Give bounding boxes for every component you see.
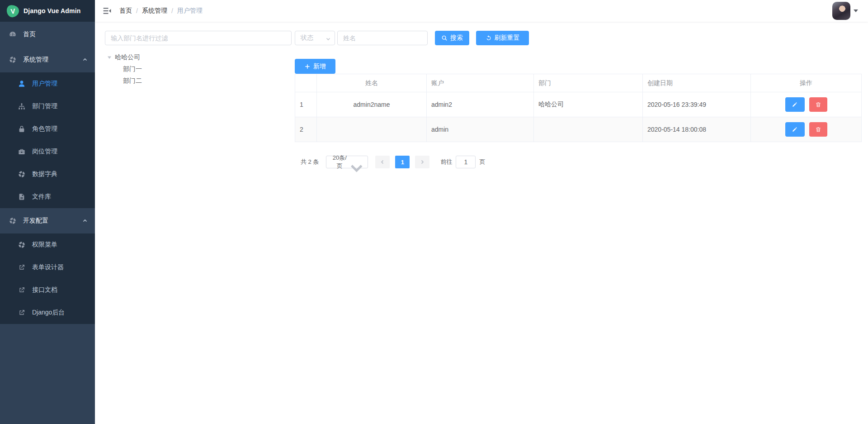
sidebar-item-permission-menu[interactable]: 权限菜单	[0, 233, 95, 256]
lock-icon	[18, 125, 25, 133]
delete-button[interactable]	[809, 97, 827, 112]
column-header-dept: 部门	[534, 74, 643, 92]
component-icon	[9, 217, 16, 224]
tree-node-root[interactable]: 哈哈公司	[105, 52, 142, 63]
status-select[interactable]: 状态	[295, 31, 335, 45]
chevron-down-icon	[326, 35, 331, 41]
add-button-label: 新增	[313, 62, 326, 71]
sidebar-item-dictionary[interactable]: 数据字典	[0, 163, 95, 186]
breadcrumb-system[interactable]: 系统管理	[142, 7, 167, 15]
sidebar-group-system[interactable]: 系统管理	[0, 47, 95, 72]
component-icon	[9, 56, 16, 63]
user-icon	[18, 80, 25, 87]
page-size-select[interactable]: 20条/页	[326, 156, 368, 168]
sidebar-item-roles[interactable]: 角色管理	[0, 118, 95, 140]
sidebar-item-form-designer[interactable]: 表单设计器	[0, 256, 95, 279]
user-menu[interactable]	[832, 2, 858, 20]
cell-account: admin2	[427, 92, 534, 117]
sidebar-item-label: 权限菜单	[32, 241, 57, 249]
cell-index: 2	[295, 117, 317, 142]
trash-icon	[815, 101, 821, 108]
dept-filter-input[interactable]	[105, 31, 292, 45]
breadcrumb-current: 用户管理	[177, 7, 203, 15]
user-avatar	[832, 2, 850, 20]
breadcrumb-separator: /	[136, 7, 138, 14]
caret-down-icon[interactable]	[107, 55, 112, 60]
app-logo: V Django Vue Admin	[0, 0, 95, 22]
sidebar-item-label: Django后台	[32, 309, 65, 317]
edit-button[interactable]	[785, 97, 805, 112]
edit-button[interactable]	[785, 122, 805, 137]
user-table: 姓名 账户 部门 创建日期 操作 1 admin2name admin2 哈哈公…	[295, 74, 862, 142]
org-tree-icon	[18, 103, 25, 110]
cell-created: 2020-05-14 18:00:08	[643, 117, 751, 142]
tree-node-child[interactable]: 部门一	[105, 63, 142, 75]
table-header-row: 姓名 账户 部门 创建日期 操作	[295, 74, 862, 92]
goto-page-input[interactable]	[456, 156, 476, 168]
briefcase-icon	[18, 148, 25, 155]
cell-name: admin2name	[317, 92, 427, 117]
prev-page-button[interactable]	[375, 156, 390, 168]
tree-node-label: 部门一	[123, 65, 142, 73]
dashboard-icon	[9, 31, 16, 38]
sidebar-item-files[interactable]: 文件库	[0, 186, 95, 208]
cell-dept: 哈哈公司	[534, 92, 643, 117]
external-link-icon	[18, 286, 25, 294]
cell-ops	[751, 92, 862, 117]
edit-icon	[792, 126, 798, 133]
next-page-button[interactable]	[415, 156, 429, 168]
logo-icon: V	[6, 4, 19, 17]
search-icon	[441, 35, 448, 41]
sidebar-item-home[interactable]: 首页	[0, 22, 95, 47]
column-header-ops: 操作	[751, 74, 862, 92]
sidebar-item-api-docs[interactable]: 接口文档	[0, 279, 95, 301]
cell-ops	[751, 117, 862, 142]
caret-down-icon	[854, 10, 858, 12]
refresh-reset-button[interactable]: 刷新重置	[476, 31, 529, 45]
breadcrumb-home[interactable]: 首页	[119, 7, 132, 15]
external-link-icon	[18, 264, 25, 271]
cell-created: 2020-05-16 23:39:49	[643, 92, 751, 117]
table-row: 1 admin2name admin2 哈哈公司 2020-05-16 23:3…	[295, 92, 862, 117]
sidebar-item-departments[interactable]: 部门管理	[0, 95, 95, 118]
sidebar-item-label: 部门管理	[32, 102, 57, 110]
tree-node-label: 哈哈公司	[115, 53, 140, 62]
guide-icon	[18, 241, 25, 248]
sidebar-group-devconfig[interactable]: 开发配置	[0, 208, 95, 233]
name-filter-input[interactable]	[337, 31, 428, 45]
cell-dept	[534, 117, 643, 142]
page-number-1[interactable]: 1	[395, 156, 410, 168]
cell-name	[317, 117, 427, 142]
status-select-placeholder: 状态	[301, 34, 326, 42]
sidebar-menu: 首页 系统管理 用户管理 部门管理 角色管理 岗位管理 数据字典	[0, 22, 95, 324]
hamburger-icon[interactable]	[103, 6, 112, 15]
pagination: 共 2 条 20条/页 1 前往 页	[295, 156, 485, 168]
tree-node-child[interactable]: 部门二	[105, 75, 142, 87]
guide-icon	[18, 171, 25, 178]
column-header-created: 创建日期	[643, 74, 751, 92]
sidebar-item-django-admin[interactable]: Django后台	[0, 301, 95, 324]
page-suffix: 页	[479, 158, 485, 166]
sidebar-item-users[interactable]: 用户管理	[0, 72, 95, 95]
column-header-index	[295, 74, 317, 92]
arrow-left-icon	[380, 159, 385, 165]
refresh-icon	[486, 35, 492, 41]
sidebar-item-label: 岗位管理	[32, 148, 57, 156]
main-content: 哈哈公司 部门一 部门二 状态 搜索 刷新重置 新增 姓名	[95, 22, 868, 424]
delete-button[interactable]	[809, 122, 827, 137]
sidebar-item-label: 文件库	[32, 193, 51, 201]
plus-icon	[304, 63, 311, 70]
tree-node-label: 部门二	[123, 77, 142, 85]
column-header-account: 账户	[427, 74, 534, 92]
breadcrumb: 首页 / 系统管理 / 用户管理	[119, 7, 203, 15]
sidebar-item-positions[interactable]: 岗位管理	[0, 140, 95, 163]
search-button[interactable]: 搜索	[435, 31, 469, 45]
app-title: Django Vue Admin	[24, 7, 81, 14]
add-button[interactable]: 新增	[295, 59, 335, 74]
cell-index: 1	[295, 92, 317, 117]
chevron-up-icon	[82, 57, 88, 62]
table-row: 2 admin 2020-05-14 18:00:08	[295, 117, 862, 142]
breadcrumb-separator: /	[171, 7, 173, 14]
cell-account: admin	[427, 117, 534, 142]
sidebar: V Django Vue Admin 首页 系统管理 用户管理 部门管理 角色管…	[0, 0, 95, 424]
